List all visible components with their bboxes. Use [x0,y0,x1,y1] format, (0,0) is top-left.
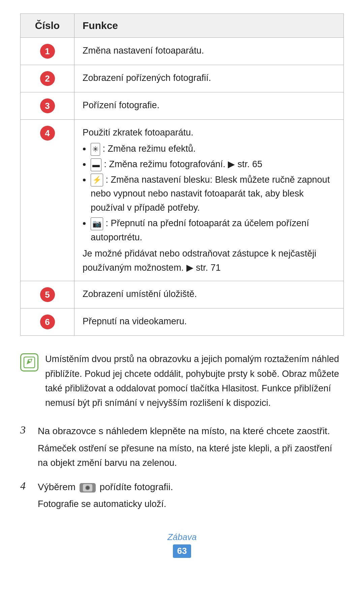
row3-num: 3 [21,92,74,120]
row4-outro: Je možné přidávat nebo odstraňovat zástu… [83,248,316,273]
table-header-func: Funkce [74,14,344,38]
camera-lens [85,485,90,490]
mode-icon: ▬ [91,158,101,171]
front-cam-icon: 📷 [91,217,103,230]
number-badge-6: 6 [40,315,55,329]
row4-bullet-list: ✳ : Změna režimu efektů. ▬ : Změna režim… [91,142,335,245]
table-row: 1 Změna nastavení fotoaparátu. [21,38,344,65]
row1-func: Změna nastavení fotoaparátu. [74,38,344,65]
row6-num: 6 [21,308,74,336]
row2-func: Zobrazení pořízených fotografií. [74,65,344,92]
number-badge-3: 3 [40,98,55,113]
table-header-num: Číslo [21,14,74,38]
row3-func: Pořízení fotografie. [74,92,344,120]
table-row: 5 Zobrazení umístění úložiště. [21,281,344,308]
flash-icon: ⚡ [91,174,103,186]
step-3-number: 3 [20,424,32,436]
step-4-number: 4 [20,480,32,492]
row2-num: 2 [21,65,74,92]
row4-intro: Použití zkratek fotoaparátu. [83,127,193,138]
number-badge-4: 4 [40,126,55,141]
step-4: 4 Výběrem pořídíte fotografii. Fotografi… [20,480,344,512]
row5-num: 5 [21,281,74,308]
camera-button-icon [80,483,96,492]
pencil-note-icon [23,356,35,368]
row4-func: Použití zkratek fotoaparátu. ✳ : Změna r… [74,120,344,281]
step-4-suffix: pořídíte fotografii. [100,482,173,492]
row5-func: Zobrazení umístění úložiště. [74,281,344,308]
main-table: Číslo Funkce 1 Změna nastavení fotoapará… [20,13,344,336]
step-4-header: 4 Výběrem pořídíte fotografii. [20,480,344,494]
step-3: 3 Na obrazovce s náhledem klepněte na mí… [20,424,344,470]
table-row: 2 Zobrazení pořízených fotografií. [21,65,344,92]
table-row: 3 Pořízení fotografie. [21,92,344,120]
footer-label: Zábava [20,532,344,542]
number-badge-2: 2 [40,71,55,86]
row4-bullet-1: ✳ : Změna režimu efektů. [91,142,335,156]
table-row: 4 Použití zkratek fotoaparátu. ✳ : Změna… [21,120,344,281]
step-3-main: Na obrazovce s náhledem klepněte na míst… [38,424,330,438]
footer-page: 63 [173,544,191,558]
note-text: Umístěním dvou prstů na obrazovku a jeji… [45,352,344,410]
row4-bullet-3: ⚡ : Změna nastavení blesku: Blesk můžete… [91,173,335,215]
step-4-prefix: Výběrem [38,482,75,492]
step-3-header: 3 Na obrazovce s náhledem klepněte na mí… [20,424,344,438]
footer: Zábava 63 [20,532,344,558]
table-row: 6 Přepnutí na videokameru. [21,308,344,336]
step-4-main: Výběrem pořídíte fotografii. [38,480,173,494]
row1-num: 1 [21,38,74,65]
row4-bullet-4: 📷 : Přepnutí na přední fotoaparát za úče… [91,216,335,245]
number-badge-1: 1 [40,44,55,59]
row6-func: Přepnutí na videokameru. [74,308,344,336]
step-3-sub: Rámeček ostření se přesune na místo, na … [38,441,344,470]
row4-bullet-2: ▬ : Změna režimu fotografování. ▶ str. 6… [91,157,335,172]
number-badge-5: 5 [40,287,55,302]
note-box: Umístěním dvou prstů na obrazovku a jeji… [20,352,344,410]
camera-btn-inner [83,484,92,491]
effect-icon: ✳ [91,143,100,156]
row4-num: 4 [21,120,74,281]
svg-line-1 [28,359,32,360]
step-4-sub: Fotografie se automaticky uloží. [38,497,344,511]
note-icon [20,353,38,371]
